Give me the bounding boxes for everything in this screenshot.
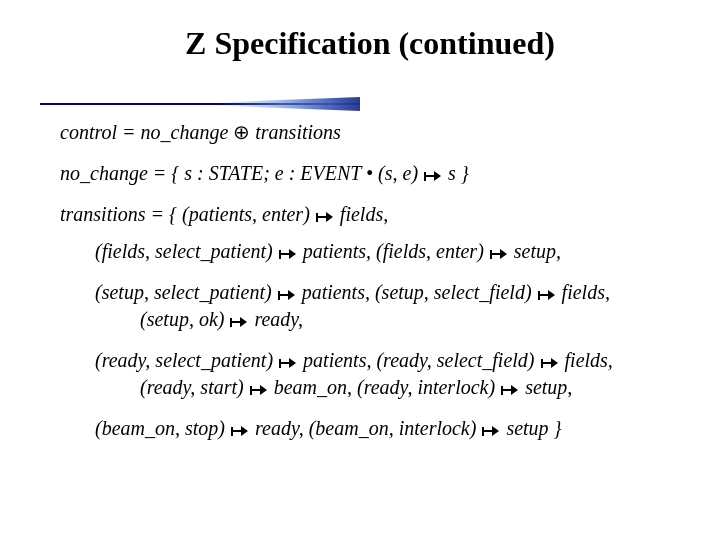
line-control: control = no_change ⊕ transitions (60, 119, 680, 146)
text: no_change = { s : STATE; e : EVENT • (s,… (60, 162, 423, 184)
line-setup: (setup, select_patient) patients, (setup… (60, 279, 680, 333)
text: beam_on, (ready, interlock) (269, 376, 500, 398)
text: patients, (ready, select_field) (298, 349, 539, 371)
title-underline (40, 97, 360, 111)
maplet-icon (279, 355, 297, 367)
maplet-icon (279, 246, 297, 258)
text: setup } (501, 417, 561, 439)
line-fields: (fields, select_patient) patients, (fiel… (60, 238, 680, 265)
line-no-change: no_change = { s : STATE; e : EVENT • (s,… (60, 160, 680, 187)
text: setup, (520, 376, 572, 398)
text: fields, (560, 349, 613, 371)
text: patients, (setup, select_field) (297, 281, 537, 303)
maplet-icon (250, 382, 268, 394)
maplet-icon (482, 423, 500, 435)
text: ready, (beam_on, interlock) (250, 417, 481, 439)
maplet-icon (231, 423, 249, 435)
line-ready: (ready, select_patient) patients, (ready… (60, 347, 680, 401)
text: (ready, select_patient) (95, 349, 278, 371)
slide-title: Z Specification (continued) (60, 25, 680, 62)
text: patients, (fields, enter) (298, 240, 489, 262)
text: transitions = { (patients, enter) (60, 203, 315, 225)
text: (ready, start) (140, 376, 249, 398)
oplus-operator: ⊕ (233, 121, 250, 143)
maplet-icon (278, 287, 296, 299)
text: control = no_change (60, 121, 233, 143)
text: setup, (509, 240, 561, 262)
slide: Z Specification (continued) control = no… (0, 0, 720, 540)
text: (setup, ok) (140, 308, 229, 330)
maplet-icon (538, 287, 556, 299)
line-transitions-start: transitions = { (patients, enter) fields… (60, 201, 680, 228)
text: (beam_on, stop) (95, 417, 230, 439)
text: fields, (557, 281, 610, 303)
maplet-icon (541, 355, 559, 367)
text: ready, (249, 308, 303, 330)
maplet-icon (490, 246, 508, 258)
line-beam-on: (beam_on, stop) ready, (beam_on, interlo… (60, 415, 680, 442)
text: (setup, select_patient) (95, 281, 277, 303)
slide-body: control = no_change ⊕ transitions no_cha… (60, 119, 680, 442)
maplet-icon (501, 382, 519, 394)
maplet-icon (424, 168, 442, 180)
text: (fields, select_patient) (95, 240, 278, 262)
text: transitions (250, 121, 341, 143)
text: s } (443, 162, 469, 184)
maplet-icon (316, 209, 334, 221)
maplet-icon (230, 314, 248, 326)
text: fields, (335, 203, 388, 225)
